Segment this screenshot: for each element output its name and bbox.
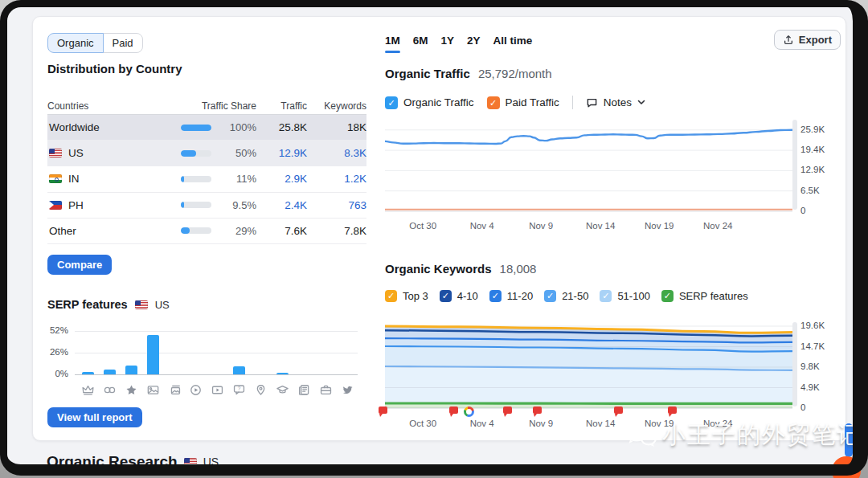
country-row-in[interactable]: IN11%2.9K1.2K bbox=[47, 166, 366, 192]
share-bar-fill bbox=[181, 125, 211, 131]
traffic-value[interactable]: 2.9K bbox=[256, 173, 307, 185]
country-name: US bbox=[68, 147, 84, 159]
serp-gridline bbox=[75, 353, 358, 353]
serp-bar-knowledge-panel[interactable] bbox=[276, 373, 289, 374]
traffic-x-axis-label: Nov 24 bbox=[694, 221, 742, 231]
traffic-value[interactable]: 12.9K bbox=[256, 147, 307, 159]
traffic-type-toggle: Organic Paid bbox=[47, 33, 143, 53]
traffic-x-axis-label: Nov 14 bbox=[576, 221, 624, 231]
organic-keywords-value: 18,008 bbox=[500, 262, 537, 276]
serp-bar-faq[interactable] bbox=[233, 366, 245, 374]
notes-icon bbox=[586, 97, 598, 108]
header-countries: Countries bbox=[47, 100, 168, 112]
legend-paid-traffic[interactable]: ✓Paid Traffic bbox=[487, 96, 559, 109]
filter-4-10[interactable]: ✓4-10 bbox=[440, 290, 478, 302]
google-update-note-flag[interactable] bbox=[503, 407, 512, 414]
organic-keywords-header: Organic Keywords 18,008 bbox=[385, 262, 536, 276]
organic-research-heading: Organic Research US bbox=[47, 453, 219, 471]
paid-toggle-button[interactable]: Paid bbox=[103, 33, 143, 53]
traffic-value: 7.6K bbox=[256, 225, 307, 237]
export-button[interactable]: Export bbox=[774, 30, 841, 50]
google-update-note-flag[interactable] bbox=[614, 407, 623, 414]
time-range-tabs: 1M6M1Y2YAll time bbox=[385, 35, 532, 53]
checked-checkbox-icon: ✓ bbox=[489, 290, 502, 302]
organic-keywords-chart[interactable] bbox=[385, 306, 792, 411]
tab-2y[interactable]: 2Y bbox=[467, 35, 481, 47]
filter-51-100[interactable]: ✓51-100 bbox=[600, 290, 649, 302]
serp-y-axis-label: 52% bbox=[41, 325, 68, 335]
tab-1m[interactable]: 1M bbox=[385, 35, 400, 53]
knowledge-panel-icon bbox=[276, 383, 289, 397]
filter-label: SERP features bbox=[679, 290, 748, 302]
chat-widget-peek[interactable] bbox=[832, 456, 861, 478]
legend-organic-traffic[interactable]: ✓Organic Traffic bbox=[385, 96, 474, 109]
google-update-note-flag[interactable] bbox=[668, 407, 677, 414]
video-icon bbox=[189, 383, 203, 397]
header-traffic-share: Traffic Share bbox=[168, 100, 256, 112]
tab-all-time[interactable]: All time bbox=[493, 35, 533, 47]
keywords-value[interactable]: 763 bbox=[307, 199, 366, 211]
tab-1y[interactable]: 1Y bbox=[441, 35, 455, 47]
notes-label: Notes bbox=[604, 96, 632, 108]
organic-keywords-title: Organic Keywords bbox=[385, 262, 492, 276]
organic-traffic-chart[interactable] bbox=[385, 112, 792, 234]
share-bar-track bbox=[181, 227, 211, 234]
filter-21-50[interactable]: ✓21-50 bbox=[544, 290, 588, 302]
google-update-note-flag[interactable] bbox=[449, 407, 458, 414]
traffic-chart-scroll-strip[interactable] bbox=[792, 120, 797, 210]
share-bar-fill bbox=[181, 176, 184, 182]
local-pack-icon bbox=[254, 383, 268, 397]
keywords-filter-row: ✓Top 3✓4-10✓11-20✓21-50✓51-100✓SERP feat… bbox=[385, 290, 748, 302]
keywords-chart-scroll-strip[interactable] bbox=[792, 322, 797, 407]
serp-bar-url[interactable] bbox=[104, 370, 116, 374]
filter-top-3[interactable]: ✓Top 3 bbox=[385, 290, 428, 302]
keywords-value[interactable]: 8.3K bbox=[307, 147, 366, 159]
country-row-other[interactable]: Other29%7.6K7.8K bbox=[47, 219, 366, 244]
url-icon bbox=[103, 383, 117, 397]
country-row-worldwide[interactable]: Worldwide100%25.8K18K bbox=[47, 115, 366, 141]
faq-icon: ? bbox=[232, 383, 246, 397]
traffic-y-axis-label: 25.9K bbox=[800, 125, 833, 134]
jobs-icon bbox=[319, 383, 333, 397]
legend-label: Paid Traffic bbox=[506, 96, 559, 108]
tab-6m[interactable]: 6M bbox=[413, 35, 428, 47]
country-row-us[interactable]: US50%12.9K8.3K bbox=[47, 141, 366, 166]
filter-11-20[interactable]: ✓11-20 bbox=[489, 290, 533, 302]
image-pack-icon bbox=[146, 383, 160, 397]
traffic-share-cell: 50% bbox=[168, 147, 256, 159]
notes-button[interactable]: Notes bbox=[586, 96, 645, 108]
watermark: 小王子的外贸笔记 bbox=[624, 419, 862, 451]
share-bar-fill bbox=[181, 150, 196, 157]
header-traffic: Traffic bbox=[256, 100, 307, 112]
filter-label: 11-20 bbox=[507, 290, 533, 302]
view-full-report-button[interactable]: View full report bbox=[47, 407, 142, 427]
traffic-value[interactable]: 2.4K bbox=[256, 199, 307, 211]
compare-button[interactable]: Compare bbox=[47, 255, 112, 275]
keywords-y-axis-label: 14.7K bbox=[800, 341, 833, 351]
google-update-note-flag[interactable] bbox=[533, 407, 542, 414]
country-row-ph[interactable]: PH9.5%2.4K763 bbox=[47, 193, 366, 219]
in-flag-icon bbox=[49, 174, 62, 183]
legend-divider bbox=[572, 96, 573, 109]
serp-bar-image-pack[interactable] bbox=[147, 335, 159, 374]
google-update-note-flag[interactable] bbox=[379, 407, 387, 414]
keywords-y-axis-label: 0 bbox=[800, 402, 833, 412]
keywords-x-axis-label: Nov 4 bbox=[458, 419, 506, 428]
country-name: Other bbox=[49, 225, 76, 237]
traffic-x-axis-label: Nov 9 bbox=[517, 221, 565, 231]
country-name-cell: IN bbox=[47, 173, 168, 185]
google-logo-icon[interactable] bbox=[464, 407, 474, 417]
country-name-cell: Other bbox=[47, 225, 168, 237]
share-bar-track bbox=[181, 125, 211, 131]
organic-traffic-title: Organic Traffic bbox=[385, 67, 470, 80]
keywords-value[interactable]: 1.2K bbox=[307, 173, 366, 185]
screenshot-stage: Organic Paid Distribution by Country Cou… bbox=[0, 0, 868, 478]
serp-features-title: SERP features bbox=[47, 298, 128, 311]
organic-toggle-button[interactable]: Organic bbox=[47, 33, 104, 53]
serp-bar-reviews[interactable] bbox=[125, 366, 137, 374]
serp-bar-sitelinks[interactable] bbox=[82, 372, 94, 374]
keywords-value: 7.8K bbox=[307, 225, 366, 237]
filter-serp-features[interactable]: ✓SERP features bbox=[661, 290, 748, 302]
traffic-legend: ✓Organic Traffic✓Paid Traffic bbox=[385, 96, 559, 109]
share-percent: 50% bbox=[235, 147, 256, 159]
